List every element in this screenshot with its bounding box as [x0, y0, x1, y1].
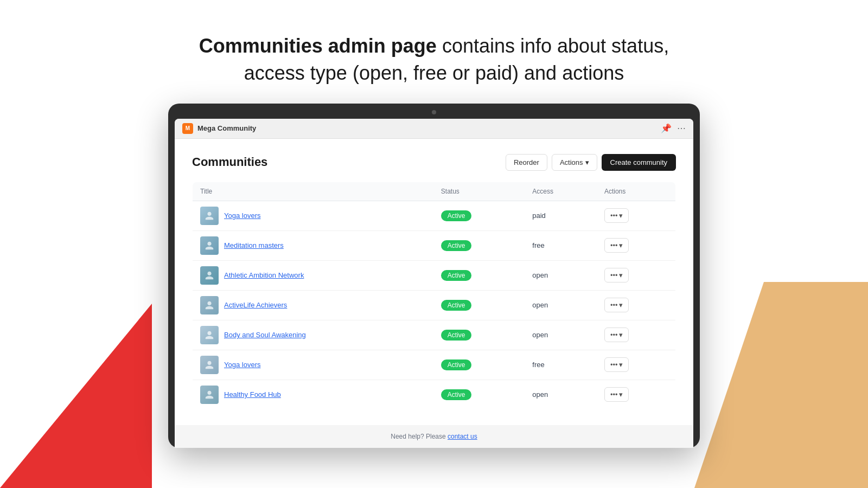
app-content: Communities Reorder Actions ▾ Create com…: [175, 139, 693, 425]
chevron-down-icon: ▾: [619, 271, 623, 279]
status-badge: Active: [441, 210, 472, 221]
dots-icon: •••: [610, 331, 618, 339]
status-badge: Active: [441, 240, 472, 251]
community-name-link[interactable]: Yoga lovers: [224, 211, 260, 220]
dots-icon: •••: [610, 241, 618, 249]
row-actions-button[interactable]: ••• ▾: [604, 357, 629, 372]
bg-red-triangle: [0, 304, 152, 488]
cell-access: open: [525, 260, 597, 290]
col-actions: Actions: [597, 182, 676, 201]
bg-orange-shape: [694, 282, 868, 488]
table-row: Meditation masters Activefree ••• ▾: [193, 230, 676, 260]
cell-access: free: [525, 350, 597, 380]
community-thumbnail: [200, 207, 219, 225]
status-badge: Active: [441, 389, 472, 400]
cell-status: Active: [433, 201, 525, 230]
community-thumbnail: [200, 326, 219, 344]
browser-actions[interactable]: 📌 ⋯: [661, 123, 686, 133]
col-title: Title: [193, 182, 433, 201]
cell-status: Active: [433, 230, 525, 260]
cell-title: Meditation masters: [193, 230, 433, 260]
cell-access: open: [525, 290, 597, 320]
cell-status: Active: [433, 260, 525, 290]
status-badge: Active: [441, 300, 472, 311]
cell-title: Body and Soul Awakening: [193, 320, 433, 350]
dots-icon: •••: [610, 211, 618, 220]
brand-name: Mega Community: [197, 124, 256, 132]
table-row: ActiveLife Achievers Activeopen ••• ▾: [193, 290, 676, 320]
chevron-down-icon: ▾: [619, 301, 623, 309]
community-name-link[interactable]: Body and Soul Awakening: [224, 331, 306, 339]
community-name-cell: Yoga lovers: [200, 207, 426, 225]
browser-brand: M Mega Community: [182, 123, 256, 134]
communities-header: Communities Reorder Actions ▾ Create com…: [192, 154, 676, 171]
table-header-row: Title Status Access Actions: [193, 182, 676, 201]
community-name-link[interactable]: Athletic Ambition Network: [224, 271, 304, 279]
community-name-link[interactable]: Meditation masters: [224, 241, 284, 249]
brand-icon: M: [182, 123, 193, 134]
more-icon[interactable]: ⋯: [677, 123, 686, 133]
col-access: Access: [525, 182, 597, 201]
community-name-cell: Meditation masters: [200, 236, 426, 255]
cell-status: Active: [433, 350, 525, 380]
dots-icon: •••: [610, 361, 618, 369]
table-row: Healthy Food Hub Activeopen ••• ▾: [193, 380, 676, 409]
cell-title: Yoga lovers: [193, 350, 433, 380]
col-status: Status: [433, 182, 525, 201]
create-community-button[interactable]: Create community: [602, 154, 676, 171]
cell-status: Active: [433, 380, 525, 409]
tablet-screen: M Mega Community 📌 ⋯ Communities Reorder…: [175, 119, 693, 448]
browser-bar: M Mega Community 📌 ⋯: [175, 119, 693, 139]
row-actions-button[interactable]: ••• ▾: [604, 238, 629, 253]
reorder-button[interactable]: Reorder: [506, 154, 547, 171]
community-name-link[interactable]: ActiveLife Achievers: [224, 301, 287, 309]
cell-actions: ••• ▾: [597, 380, 676, 409]
community-name-cell: Athletic Ambition Network: [200, 266, 426, 285]
header-line2: access type (open, free or paid) and act…: [244, 62, 624, 84]
row-actions-button[interactable]: ••• ▾: [604, 298, 629, 312]
chevron-down-icon: ▾: [585, 158, 589, 166]
cell-title: Athletic Ambition Network: [193, 260, 433, 290]
actions-label: Actions: [560, 158, 583, 166]
header-bold: Communities admin page: [199, 35, 437, 57]
dots-icon: •••: [610, 271, 618, 279]
community-name-link[interactable]: Healthy Food Hub: [224, 390, 281, 399]
footer-text: Need help? Please: [391, 433, 448, 440]
app-footer: Need help? Please contact us: [175, 425, 693, 448]
page-title: Communities: [192, 155, 267, 169]
table-row: Body and Soul Awakening Activeopen ••• ▾: [193, 320, 676, 350]
chevron-down-icon: ▾: [619, 390, 623, 399]
community-name-link[interactable]: Yoga lovers: [224, 361, 260, 369]
row-actions-button[interactable]: ••• ▾: [604, 268, 629, 282]
chevron-down-icon: ▾: [619, 211, 623, 220]
community-thumbnail: [200, 356, 219, 374]
cell-actions: ••• ▾: [597, 230, 676, 260]
community-name-cell: Yoga lovers: [200, 356, 426, 374]
table-row: Athletic Ambition Network Activeopen •••…: [193, 260, 676, 290]
pin-icon[interactable]: 📌: [661, 123, 672, 133]
cell-actions: ••• ▾: [597, 260, 676, 290]
row-actions-button[interactable]: ••• ▾: [604, 328, 629, 342]
community-name-cell: Healthy Food Hub: [200, 386, 426, 404]
row-actions-button[interactable]: ••• ▾: [604, 208, 629, 223]
actions-button[interactable]: Actions ▾: [552, 154, 597, 171]
community-thumbnail: [200, 236, 219, 255]
dots-icon: •••: [610, 390, 618, 399]
status-badge: Active: [441, 359, 472, 370]
cell-title: Yoga lovers: [193, 201, 433, 230]
cell-access: open: [525, 320, 597, 350]
header-buttons: Reorder Actions ▾ Create community: [506, 154, 676, 171]
cell-status: Active: [433, 320, 525, 350]
cell-status: Active: [433, 290, 525, 320]
status-badge: Active: [441, 270, 472, 281]
contact-us-link[interactable]: contact us: [448, 433, 477, 440]
table-row: Yoga lovers Activefree ••• ▾: [193, 350, 676, 380]
community-name-cell: Body and Soul Awakening: [200, 326, 426, 344]
cell-actions: ••• ▾: [597, 201, 676, 230]
chevron-down-icon: ▾: [619, 331, 623, 339]
status-badge: Active: [441, 330, 472, 341]
cell-actions: ••• ▾: [597, 320, 676, 350]
row-actions-button[interactable]: ••• ▾: [604, 387, 629, 402]
table-body: Yoga lovers Activepaid ••• ▾ Meditation …: [193, 201, 676, 409]
community-thumbnail: [200, 266, 219, 285]
